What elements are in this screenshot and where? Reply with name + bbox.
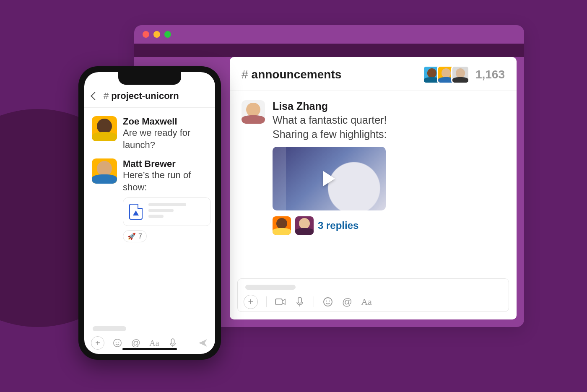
phone-notch	[118, 72, 181, 85]
svg-point-2	[324, 298, 332, 306]
composer-placeholder	[245, 285, 296, 290]
emoji-icon[interactable]	[112, 337, 123, 348]
svg-rect-8	[171, 339, 174, 344]
video-icon[interactable]	[275, 296, 286, 307]
channel-name: project-unicorn	[111, 91, 179, 101]
separator	[266, 296, 267, 307]
window-minimize-button[interactable]	[153, 31, 160, 38]
mention-icon[interactable]: @	[342, 296, 353, 307]
member-avatar-stack[interactable]	[427, 65, 470, 84]
attach-button[interactable]: +	[91, 336, 104, 350]
message-author[interactable]: Lisa Zhang	[273, 100, 387, 112]
avatar[interactable]	[242, 100, 265, 124]
channel-name: announcements	[252, 68, 342, 81]
hash-icon: #	[104, 91, 109, 101]
home-indicator	[122, 348, 177, 350]
svg-point-5	[114, 339, 121, 347]
message-text: What a fantastic quarter! Sharing a few …	[273, 113, 387, 142]
formatting-icon[interactable]: Aa	[149, 337, 160, 348]
composer-placeholder	[93, 326, 126, 331]
message: Matt Brewer Here’s the run of show: 🚀 7	[92, 158, 208, 242]
member-count: 1,163	[475, 68, 505, 81]
send-button[interactable]	[197, 337, 208, 348]
window-titlebar	[134, 25, 524, 44]
message: Zoe Maxwell Are we ready for launch?	[92, 116, 208, 151]
window-header-strip	[134, 44, 524, 57]
channel-header: # announcements 1,163	[230, 57, 517, 91]
message-composer[interactable]: + @ Aa	[237, 278, 509, 312]
svg-rect-1	[298, 297, 301, 303]
reaction-count: 7	[138, 233, 142, 240]
rocket-icon: 🚀	[127, 232, 136, 240]
replies-link[interactable]: 3 replies	[318, 220, 358, 231]
message-author[interactable]: Matt Brewer	[123, 158, 211, 169]
back-button[interactable]	[91, 92, 99, 100]
thread-replies[interactable]: 3 replies	[273, 216, 387, 235]
svg-point-7	[118, 342, 119, 343]
phone-screen: # project-unicorn Zoe Maxwell Are we rea…	[84, 72, 215, 354]
phone-channel-title[interactable]: # project-unicorn	[104, 91, 179, 101]
emoji-icon[interactable]	[322, 296, 333, 307]
avatar[interactable]	[92, 116, 117, 141]
file-preview-lines	[148, 203, 205, 221]
message: Lisa Zhang What a fantastic quarter! Sha…	[242, 100, 505, 235]
message-author[interactable]: Zoe Maxwell	[123, 116, 208, 127]
window-close-button[interactable]	[143, 31, 149, 38]
attach-button[interactable]: +	[244, 295, 258, 309]
message-text: Are we ready for launch?	[123, 127, 208, 151]
reaction-rocket[interactable]: 🚀 7	[123, 230, 147, 242]
svg-rect-0	[275, 299, 282, 305]
play-icon	[323, 171, 335, 186]
file-attachment[interactable]	[123, 197, 211, 226]
microphone-icon[interactable]	[167, 337, 178, 348]
phone-frame: # project-unicorn Zoe Maxwell Are we rea…	[78, 66, 221, 360]
video-attachment[interactable]	[273, 147, 386, 210]
microphone-icon[interactable]	[294, 296, 305, 307]
message-text: Here’s the run of show:	[123, 169, 211, 193]
svg-point-4	[329, 301, 330, 301]
window-zoom-button[interactable]	[164, 31, 171, 38]
separator	[314, 296, 314, 307]
channel-title[interactable]: # announcements	[242, 68, 341, 81]
hash-icon: #	[242, 68, 248, 81]
avatar[interactable]	[92, 158, 117, 184]
desktop-channel-pane: # announcements 1,163 Lisa Zhang	[230, 57, 517, 319]
svg-point-6	[116, 342, 117, 343]
formatting-icon[interactable]: Aa	[361, 296, 372, 307]
google-drive-doc-icon	[129, 204, 143, 220]
svg-point-3	[326, 301, 327, 301]
mention-icon[interactable]: @	[130, 337, 141, 348]
